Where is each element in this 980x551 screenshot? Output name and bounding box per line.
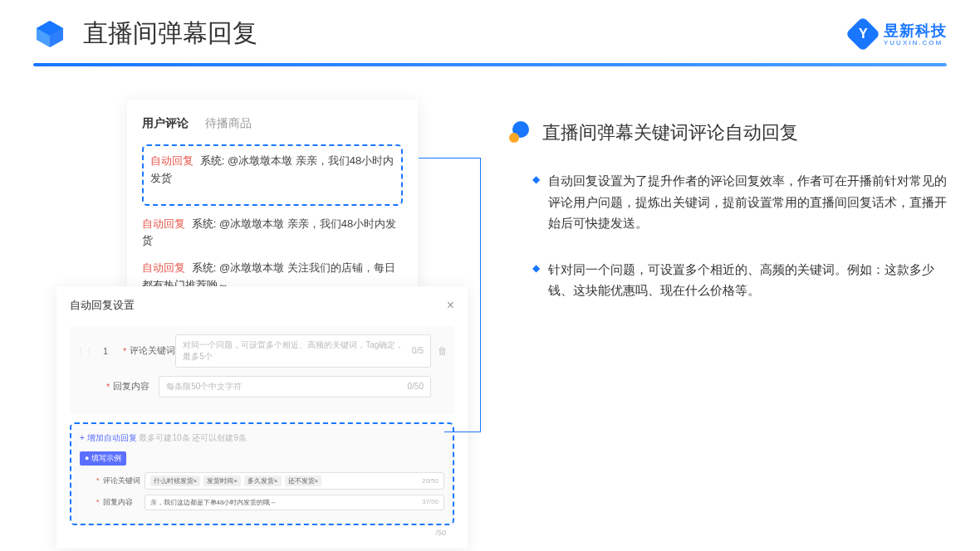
page-title: 直播间弹幕回复 <box>83 17 257 51</box>
example-badge: ● 填写示例 <box>80 451 126 466</box>
comment-row: 自动回复 系统: @冰墩墩本墩 亲亲，我们48小时内发货 <box>142 216 403 251</box>
sys-label: 系统: <box>192 261 217 274</box>
trash-icon[interactable]: 🗑 <box>438 345 448 357</box>
required-star: * <box>96 498 100 506</box>
input-placeholder: 每条限50个中文字符 <box>166 381 242 393</box>
tag: 还不发货× <box>285 475 322 486</box>
connector-line <box>480 158 481 432</box>
bullet-item: ◆ 自动回复设置为了提升作者的评论回复效率，作者可在开播前针对常见的评论用户问题… <box>509 170 947 234</box>
settings-title: 自动回复设置 <box>70 298 135 313</box>
close-icon[interactable]: × <box>447 298 454 313</box>
required-star: * <box>106 382 110 392</box>
drag-icon[interactable]: ⋮⋮ <box>76 346 93 355</box>
settings-panel: 自动回复设置 × ⋮⋮ 1 * 评论关键词 对同一个问题，可设置多个相近、高频的… <box>56 286 468 549</box>
sys-label: 系统: <box>200 154 225 167</box>
brand-icon: Y <box>845 16 880 51</box>
form-row-keyword: ⋮⋮ 1 * 评论关键词 对同一个问题，可设置多个相近、高频的关键词，Tag确定… <box>76 334 448 368</box>
tag: 什么时候发货× <box>150 475 201 486</box>
form-row-content: * 回复内容 每条限50个中文字符 0/50 <box>76 376 448 397</box>
auto-reply-tag: 自动回复 <box>142 217 185 230</box>
brand-logo: Y 昱新科技 YUUXIN.COM <box>850 21 947 46</box>
char-count: 0/50 <box>408 382 424 391</box>
example-text-input[interactable]: 亲，我们这边都是下单48小时内发货的哦～ 37/50 <box>145 495 444 510</box>
add-auto-reply-link[interactable]: + 增加自动回复 最多可建10条 还可以创建9条 <box>80 432 444 444</box>
ex-content-label: 回复内容 <box>103 497 145 508</box>
bottom-count: /50 <box>70 529 454 537</box>
ex-keyword-label: 评论关键词 <box>103 475 145 486</box>
brand-name: 昱新科技 <box>884 21 947 41</box>
diamond-icon: ◆ <box>532 262 540 301</box>
sys-label: 系统: <box>192 217 217 230</box>
example-keyword-row: * 评论关键词 什么时候发货× 发货时间× 多久发货× 还不发货× 20/50 <box>80 472 444 490</box>
content-input[interactable]: 每条限50个中文字符 0/50 <box>159 376 431 397</box>
keyword-input[interactable]: 对同一个问题，可设置多个相近、高频的关键词，Tag确定，最多5个 0/5 <box>175 334 431 368</box>
connector-line <box>419 158 481 158</box>
keyword-label: 评论关键词 <box>130 344 175 357</box>
tag-count: 20/50 <box>422 477 439 485</box>
tag-input[interactable]: 什么时候发货× 发货时间× 多久发货× 还不发货× 20/50 <box>145 472 444 490</box>
tab-user-comments[interactable]: 用户评论 <box>142 116 189 131</box>
required-star: * <box>96 476 100 485</box>
bullet-item: ◆ 针对同一个问题，可设置多个相近的、高频的关键词。例如：这款多少钱、这块能优惠… <box>509 259 947 301</box>
required-star: * <box>123 346 126 356</box>
row-number: 1 <box>98 346 113 356</box>
input-placeholder: 对同一个问题，可设置多个相近、高频的关键词，Tag确定，最多5个 <box>183 339 412 363</box>
tab-pending-products[interactable]: 待播商品 <box>205 116 252 131</box>
bullet-text: 针对同一个问题，可设置多个相近的、高频的关键词。例如：这款多少钱、这块能优惠吗、… <box>548 259 947 301</box>
content-label: 回复内容 <box>113 380 159 393</box>
tag: 多久发货× <box>244 475 282 486</box>
char-count: 0/5 <box>412 346 424 355</box>
add-hint: 最多可建10条 还可以创建9条 <box>139 433 246 442</box>
tag: 发货时间× <box>203 475 241 486</box>
brand-url: YUUXIN.COM <box>884 39 947 46</box>
comment-row: 自动回复 系统: @冰墩墩本墩 亲亲，我们48小时内发货 <box>150 153 394 188</box>
diamond-icon: ◆ <box>532 173 540 234</box>
ex-count: 37/50 <box>422 498 439 507</box>
bubble-icon <box>509 121 532 144</box>
auto-reply-tag: 自动回复 <box>142 261 185 274</box>
section-title: 直播间弹幕关键词评论自动回复 <box>542 120 798 145</box>
ex-text: 亲，我们这边都是下单48小时内发货的哦～ <box>150 498 277 507</box>
auto-reply-tag: 自动回复 <box>150 154 194 167</box>
bullet-text: 自动回复设置为了提升作者的评论回复效率，作者可在开播前针对常见的评论用户问题，提… <box>548 170 947 234</box>
example-box: + 增加自动回复 最多可建10条 还可以创建9条 ● 填写示例 * 评论关键词 … <box>70 422 454 525</box>
cube-icon <box>33 17 66 51</box>
example-content-row: * 回复内容 亲，我们这边都是下单48小时内发货的哦～ 37/50 <box>80 495 444 510</box>
highlighted-comment: 自动回复 系统: @冰墩墩本墩 亲亲，我们48小时内发货 <box>142 144 403 206</box>
